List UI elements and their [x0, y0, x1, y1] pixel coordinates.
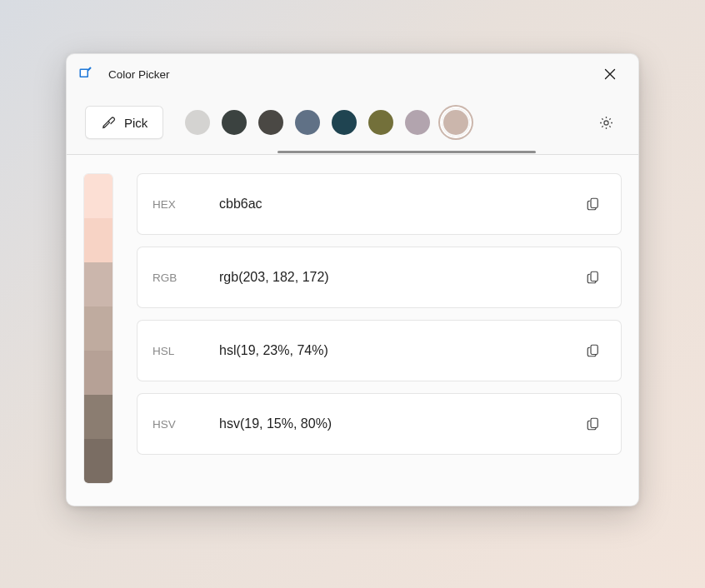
- swatch-color-3: [295, 110, 320, 135]
- copy-icon: [586, 197, 601, 212]
- svg-point-2: [603, 120, 608, 124]
- swatch-5[interactable]: [368, 110, 393, 135]
- shade-2[interactable]: [84, 262, 112, 306]
- content-area: HEXcbb6acRGBrgb(203, 182, 172)HSLhsl(19,…: [67, 155, 638, 506]
- copy-icon: [586, 416, 601, 431]
- app-icon: [78, 65, 93, 83]
- pick-button[interactable]: Pick: [85, 106, 163, 139]
- swatch-color-1: [222, 110, 247, 135]
- format-label: RGB: [152, 272, 219, 284]
- format-row-hsv[interactable]: HSVhsv(19, 15%, 80%): [137, 393, 622, 455]
- copy-icon: [586, 270, 601, 285]
- format-value: rgb(203, 182, 172): [219, 270, 581, 285]
- shade-6[interactable]: [84, 439, 112, 483]
- eyedropper-icon: [101, 115, 116, 130]
- titlebar-left: Color Picker: [78, 65, 170, 83]
- format-value: hsv(19, 15%, 80%): [219, 416, 581, 431]
- swatch-1[interactable]: [222, 110, 247, 135]
- svg-rect-3: [591, 198, 598, 207]
- toolbar: Pick: [67, 92, 638, 155]
- shade-1[interactable]: [84, 218, 112, 262]
- swatch-0[interactable]: [185, 110, 210, 135]
- swatch-color-7: [443, 110, 468, 135]
- svg-rect-6: [591, 418, 598, 427]
- shades-strip: [83, 173, 113, 484]
- format-value: hsl(19, 23%, 74%): [219, 343, 581, 358]
- swatch-color-4: [332, 110, 357, 135]
- swatches-scrollbar[interactable]: [278, 151, 536, 153]
- gear-icon: [598, 115, 614, 131]
- swatch-6[interactable]: [405, 110, 430, 135]
- svg-rect-1: [81, 70, 88, 77]
- swatch-4[interactable]: [332, 110, 357, 135]
- copy-button[interactable]: [581, 192, 606, 217]
- format-label: HEX: [152, 198, 219, 211]
- svg-rect-5: [591, 345, 598, 354]
- settings-button[interactable]: [592, 108, 620, 137]
- pick-label: Pick: [124, 116, 148, 130]
- shade-3[interactable]: [84, 306, 112, 351]
- swatch-color-6: [405, 110, 430, 135]
- swatches-row[interactable]: [177, 108, 575, 137]
- svg-rect-4: [591, 272, 598, 281]
- titlebar: Color Picker: [67, 54, 638, 92]
- format-value: cbb6ac: [219, 197, 581, 212]
- shade-5[interactable]: [84, 395, 112, 439]
- format-row-hsl[interactable]: HSLhsl(19, 23%, 74%): [137, 320, 622, 381]
- format-row-rgb[interactable]: RGBrgb(203, 182, 172): [137, 247, 622, 308]
- swatch-3[interactable]: [295, 110, 320, 135]
- close-icon: [604, 68, 616, 80]
- copy-button[interactable]: [581, 411, 606, 436]
- swatch-2[interactable]: [258, 110, 283, 135]
- swatch-color-5: [368, 110, 393, 135]
- copy-button[interactable]: [581, 338, 606, 363]
- formats-list: HEXcbb6acRGBrgb(203, 182, 172)HSLhsl(19,…: [137, 173, 622, 455]
- copy-icon: [586, 343, 601, 358]
- swatch-color-0: [185, 110, 210, 135]
- copy-button[interactable]: [581, 265, 606, 290]
- window-title: Color Picker: [103, 68, 170, 81]
- color-picker-window: Color Picker Pick HEXcbb6acRGBrgb(203,: [66, 53, 639, 506]
- swatch-7[interactable]: [442, 108, 470, 137]
- format-row-hex[interactable]: HEXcbb6ac: [137, 173, 622, 235]
- close-button[interactable]: [595, 62, 625, 86]
- format-label: HSV: [152, 418, 219, 431]
- format-label: HSL: [152, 345, 219, 357]
- shade-4[interactable]: [84, 351, 112, 395]
- swatch-color-2: [258, 110, 283, 135]
- shade-0[interactable]: [84, 174, 112, 218]
